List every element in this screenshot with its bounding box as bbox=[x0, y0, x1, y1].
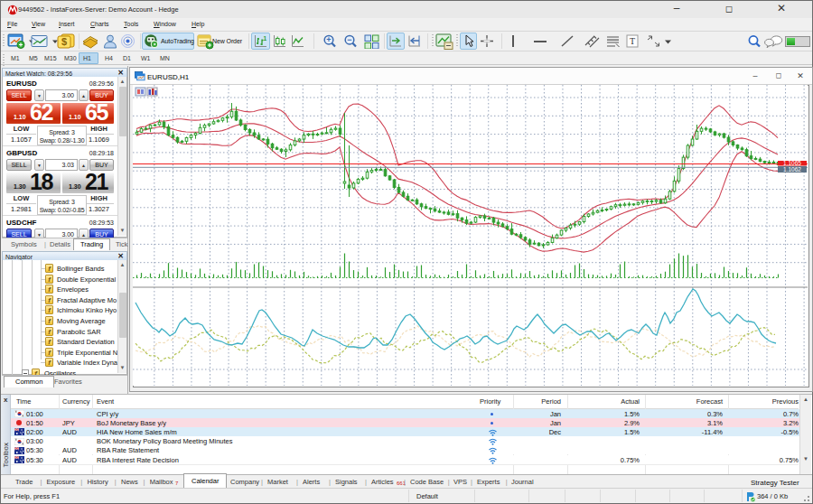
svg-text:T: T bbox=[630, 36, 635, 46]
svg-text:1: 1 bbox=[264, 35, 267, 42]
svg-text:1.1062: 1.1062 bbox=[783, 166, 801, 173]
svg-text:−: − bbox=[347, 35, 351, 44]
svg-text:1.1065: 1.1065 bbox=[783, 160, 801, 166]
svg-text:+: + bbox=[326, 35, 331, 44]
svg-text:$: $ bbox=[61, 36, 67, 47]
